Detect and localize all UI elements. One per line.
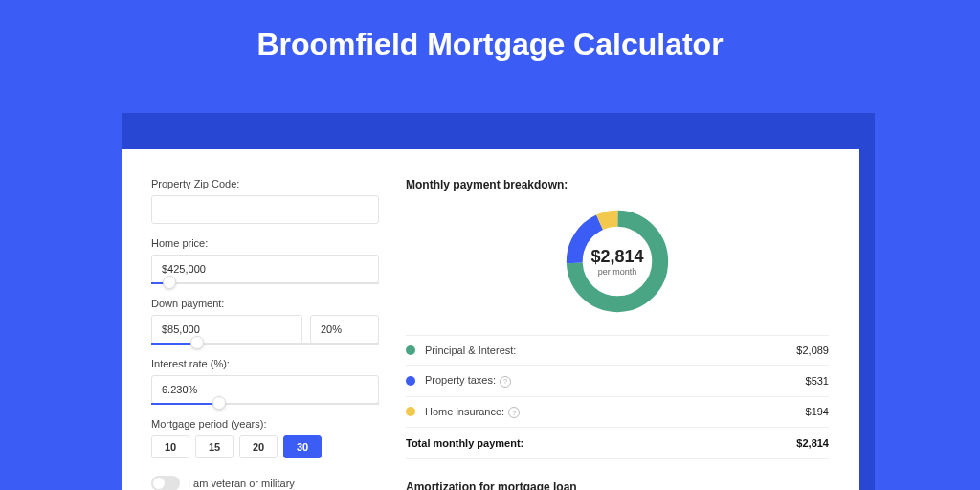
breakdown-title: Monthly payment breakdown: <box>406 178 829 191</box>
calculator-card: Property Zip Code: Home price: Down paym… <box>122 149 859 490</box>
donut-center-value: $2,814 <box>590 247 643 267</box>
period-options: 10152030 <box>151 435 379 458</box>
period-15[interactable]: 15 <box>195 435 234 458</box>
slider-thumb[interactable] <box>163 276 176 289</box>
veteran-label: I am veteran or military <box>188 478 295 489</box>
info-icon[interactable]: ? <box>500 376 511 388</box>
legend-value: $194 <box>806 406 829 417</box>
period-10[interactable]: 10 <box>151 435 189 458</box>
page-title: Broomfield Mortgage Calculator <box>0 0 980 83</box>
interest-slider[interactable] <box>151 403 379 405</box>
info-icon[interactable]: ? <box>508 407 520 418</box>
zip-input[interactable] <box>151 195 379 224</box>
home-price-input[interactable] <box>151 255 379 283</box>
down-payment-label: Down payment: <box>151 298 379 309</box>
interest-label: Interest rate (%): <box>151 358 379 369</box>
period-30[interactable]: 30 <box>283 435 322 458</box>
legend-label: Home insurance:? <box>425 406 806 419</box>
legend-label: Principal & Interest: <box>425 345 796 356</box>
legend-value: $2,089 <box>796 345 829 356</box>
donut-chart: $2,814 per month <box>561 205 674 318</box>
total-row: Total monthly payment: $2,814 <box>406 428 829 459</box>
home-price-slider[interactable] <box>151 282 379 284</box>
legend-value: $531 <box>806 375 829 387</box>
inputs-panel: Property Zip Code: Home price: Down paym… <box>151 178 379 490</box>
slider-thumb[interactable] <box>190 336 204 349</box>
total-label: Total monthly payment: <box>406 437 796 449</box>
amortization-title: Amortization for mortgage loan <box>406 480 829 490</box>
zip-label: Property Zip Code: <box>151 178 379 189</box>
down-payment-input[interactable] <box>151 315 302 344</box>
legend-dot <box>406 407 415 416</box>
breakdown-panel: Monthly payment breakdown: $2,814 per mo… <box>406 178 829 490</box>
legend-row: Home insurance:?$194 <box>406 397 829 429</box>
amortization-section: Amortization for mortgage loan Amortizat… <box>406 480 829 490</box>
legend-row: Principal & Interest:$2,089 <box>406 336 829 366</box>
slider-thumb[interactable] <box>212 396 226 410</box>
period-label: Mortgage period (years): <box>151 418 379 430</box>
legend-dot <box>406 345 415 355</box>
veteran-toggle[interactable] <box>151 476 180 490</box>
legend-label: Property taxes:? <box>425 374 806 388</box>
legend-row: Property taxes:?$531 <box>406 366 829 397</box>
legend: Principal & Interest:$2,089Property taxe… <box>406 335 829 428</box>
legend-dot <box>406 376 415 386</box>
interest-input[interactable] <box>151 375 379 404</box>
down-payment-slider[interactable] <box>151 343 379 345</box>
down-payment-pct-input[interactable] <box>310 315 379 344</box>
home-price-label: Home price: <box>151 237 379 249</box>
total-value: $2,814 <box>796 437 829 449</box>
period-20[interactable]: 20 <box>239 435 278 458</box>
donut-center-sub: per month <box>598 267 637 277</box>
slider-fill <box>151 403 219 405</box>
